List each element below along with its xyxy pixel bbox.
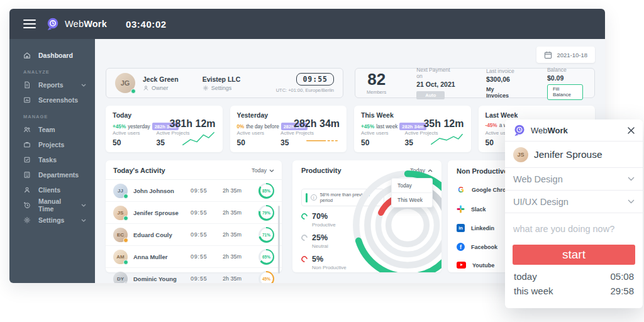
my-invoices-link[interactable]: My Invoices bbox=[486, 86, 517, 99]
range-dropdown-menu: Today This Week bbox=[391, 178, 433, 208]
activity-percent-ring: 45% bbox=[258, 271, 274, 284]
trend-sparkline bbox=[428, 130, 465, 147]
today-total-row: today 05:08 bbox=[505, 269, 643, 284]
gear-icon bbox=[203, 85, 209, 91]
close-icon[interactable] bbox=[628, 127, 635, 134]
owner-name: Jeck Green bbox=[143, 75, 179, 83]
facebook-icon: f bbox=[457, 243, 465, 251]
tracked-time: 03:40:02 bbox=[126, 19, 167, 30]
screenshot-icon bbox=[23, 96, 31, 104]
team-icon bbox=[23, 126, 31, 133]
neutral-arc-icon bbox=[300, 233, 309, 242]
sidebar-item-manual-time[interactable]: Manual Time bbox=[9, 197, 95, 213]
project-select[interactable]: Web Design bbox=[505, 168, 643, 191]
tracker-widget: WebWork JS Jenifer Sprouse Web Design UI… bbox=[505, 119, 643, 308]
activity-percent-ring: 65% bbox=[258, 249, 274, 265]
sidebar-section-analyze: ANALYZE bbox=[9, 63, 95, 77]
timezone-label: UTC: +01:00, Europe/Berlin bbox=[276, 87, 334, 93]
topbar: WebWork 03:40:02 bbox=[9, 9, 605, 39]
status-dot bbox=[123, 238, 128, 243]
slack-icon bbox=[457, 205, 465, 213]
tracked-total: 381h 12m bbox=[170, 118, 216, 130]
todays-activity-panel: Today's Activity Today JJ John Johnson 0… bbox=[106, 160, 282, 272]
sidebar-item-settings[interactable]: Settings bbox=[9, 213, 95, 228]
widget-user-name: Jenifer Sprouse bbox=[534, 149, 602, 160]
person-icon bbox=[143, 85, 149, 91]
compare-badge: 282h 34m bbox=[399, 123, 426, 130]
gear-icon bbox=[23, 216, 31, 224]
sidebar: Dashboard ANALYZE Reports Screenshots MA… bbox=[9, 39, 95, 283]
company-name: Evistep LLC bbox=[203, 75, 241, 83]
chevron-down-icon bbox=[628, 177, 635, 181]
menu-item-today[interactable]: Today bbox=[392, 179, 432, 193]
start-button[interactable]: start bbox=[513, 245, 635, 265]
date-picker[interactable]: 2021-10-18 bbox=[536, 47, 595, 63]
sidebar-item-screenshots[interactable]: Screenshots bbox=[9, 92, 95, 108]
members-label: Members bbox=[367, 89, 386, 95]
balance-value: $0.09 bbox=[547, 74, 583, 82]
chevron-down-icon bbox=[81, 84, 86, 87]
chevron-down-icon bbox=[628, 199, 635, 204]
trend-sparkline bbox=[304, 130, 340, 147]
linkedin-icon: in bbox=[457, 224, 465, 232]
sidebar-item-departments[interactable]: Departments bbox=[9, 167, 95, 182]
scrollbar[interactable] bbox=[278, 206, 280, 274]
status-dot bbox=[123, 216, 128, 221]
sidebar-item-team[interactable]: Team bbox=[9, 122, 95, 137]
tracked-total: 282h 34m bbox=[294, 118, 340, 130]
sidebar-item-tasks[interactable]: Tasks bbox=[9, 152, 95, 167]
panel-title: Productivity bbox=[301, 167, 341, 174]
panel-title: Today's Activity bbox=[113, 167, 165, 174]
brand-name: WebWork bbox=[65, 19, 107, 29]
chevron-down-icon bbox=[269, 169, 274, 172]
webwork-logo-icon bbox=[513, 124, 526, 136]
company-settings-link[interactable]: Settings bbox=[203, 85, 241, 91]
activity-percent-ring: 79% bbox=[258, 205, 274, 221]
members-count: 82 bbox=[367, 71, 386, 87]
online-status-dot bbox=[131, 89, 136, 94]
chevron-down-icon bbox=[81, 204, 86, 207]
widget-user: JS Jenifer Sprouse bbox=[505, 142, 643, 168]
client-icon bbox=[23, 186, 31, 194]
activity-row: EC Eduard Couly 09:55 2h 35m 71% bbox=[106, 224, 282, 246]
status-dot bbox=[123, 260, 128, 265]
webwork-logo-icon bbox=[46, 17, 60, 31]
productivity-legend: 70% Productive 25% Neutral 5% Non Produc… bbox=[301, 212, 347, 272]
fill-balance-button[interactable]: Fill Balance bbox=[547, 84, 583, 100]
task-select[interactable]: UI/UX Design bbox=[505, 191, 643, 213]
sidebar-section-manage: MANAGE bbox=[9, 108, 95, 122]
sidebar-item-reports[interactable]: Reports bbox=[9, 77, 95, 92]
stat-card-this-week: This Week +45% last week 282h 34m 35h 12… bbox=[354, 106, 471, 152]
google-chrome-icon: G bbox=[457, 186, 465, 194]
avatar: JG bbox=[115, 73, 135, 93]
activity-row: JJ John Johnson 09:55 2h 35m 85% bbox=[106, 180, 282, 202]
week-total-row: this week 29:58 bbox=[505, 284, 643, 298]
activity-description-input[interactable] bbox=[505, 217, 643, 241]
owner-role: Owner bbox=[143, 85, 179, 91]
status-dot bbox=[123, 194, 128, 199]
productive-arc-icon bbox=[300, 212, 309, 221]
menu-item-this-week[interactable]: This Week bbox=[392, 193, 432, 207]
next-payment-date: 21 Oct, 2021 bbox=[416, 80, 456, 88]
sidebar-item-dashboard[interactable]: Dashboard bbox=[9, 48, 95, 63]
date-value: 2021-10-18 bbox=[557, 52, 587, 58]
billing-card: 82 Members Next Payment on 21 Oct, 2021 … bbox=[355, 68, 595, 98]
last-invoice-value: $300,06 bbox=[486, 75, 517, 83]
today-total-value: 05:08 bbox=[610, 269, 634, 284]
calendar-icon bbox=[544, 51, 552, 59]
departments-icon bbox=[23, 171, 31, 179]
widget-brand: WebWork bbox=[531, 126, 568, 135]
non-productive-arc-icon bbox=[300, 255, 309, 264]
avatar: JS bbox=[513, 147, 528, 162]
tracked-total: 35h 12m bbox=[423, 118, 464, 130]
sidebar-item-clients[interactable]: Clients bbox=[9, 182, 95, 197]
week-total-value: 29:58 bbox=[610, 284, 634, 298]
youtube-icon bbox=[457, 262, 466, 269]
status-dot bbox=[123, 282, 128, 284]
activity-percent-ring: 85% bbox=[258, 183, 274, 199]
task-icon bbox=[23, 156, 31, 164]
home-icon bbox=[23, 52, 31, 59]
sidebar-item-projects[interactable]: Projects bbox=[9, 137, 95, 152]
menu-icon[interactable] bbox=[23, 18, 36, 31]
activity-range-dropdown[interactable]: Today bbox=[252, 167, 274, 174]
